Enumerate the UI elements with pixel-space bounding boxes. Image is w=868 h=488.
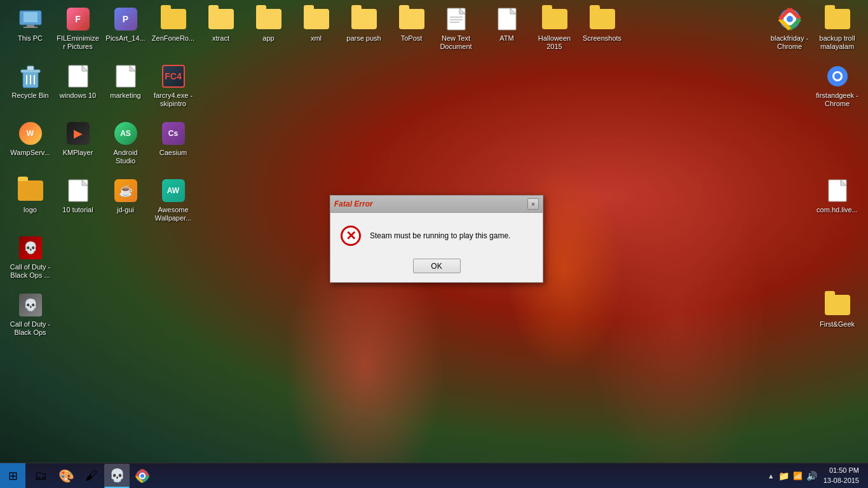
error-x-icon: ✕ (346, 228, 356, 243)
desktop-icon-parsepush[interactable]: parse push (340, 6, 388, 43)
svg-point-28 (834, 73, 841, 79)
taskbar-icon-chrome[interactable] (130, 464, 155, 488)
desktop-icon-androidstudio[interactable]: AS Android Studio (102, 121, 149, 166)
desktop-icon-xtract[interactable]: xtract (197, 6, 245, 43)
desktop-icon-newtextdoc[interactable]: New Text Document (432, 6, 480, 51)
tray-volume-icon[interactable]: 🔊 (806, 471, 817, 481)
dialog-footer: OK (330, 252, 543, 282)
tray-arrow-icon[interactable]: ▲ (768, 472, 775, 480)
paint-icon: 🎨 (58, 468, 74, 484)
desktop-icon-callofduty2[interactable]: 💀 Call of Duty - Black Ops (6, 292, 54, 337)
desktop-icon-farcry4[interactable]: FC4 farcry4.exe -skipintro (149, 64, 197, 109)
desktop-icon-backuptroll[interactable]: backup troll malayalam (813, 6, 861, 51)
desktop-icon-app[interactable]: app (245, 6, 292, 43)
desktop: This PC F FILEminimizer Pictures P PicsA… (0, 0, 868, 488)
desktop-icon-this-pc[interactable]: This PC (6, 6, 54, 43)
tray-signal-icon[interactable]: 📶 (793, 471, 803, 480)
dialog-body: ✕ Steam must be running to play this gam… (330, 213, 543, 252)
desktop-icon-marketing[interactable]: marketing (102, 64, 149, 100)
desktop-icon-jdgui[interactable]: ☕ jd-gui (102, 178, 149, 215)
taskbar-icon-explorer[interactable]: 🗂 (28, 464, 53, 488)
taskbar: ⊞ 🗂 🎨 🖌 💀 (0, 463, 868, 488)
desktop-icon-zenfone[interactable]: ZenFoneRo... (149, 6, 197, 43)
taskbar-icon-paint[interactable]: 🎨 (53, 464, 79, 488)
tray-folder-icon[interactable]: 📁 (778, 471, 789, 481)
desktop-icon-picsart[interactable]: P PicsArt_14... (102, 6, 149, 43)
desktop-icon-awesomewallpaper[interactable]: AW Awesome Wallpaper... (149, 178, 197, 223)
dialog-titlebar: Fatal Error × (330, 196, 543, 213)
windows-logo-icon: ⊞ (8, 469, 18, 483)
desktop-icon-logo[interactable]: logo (6, 178, 54, 215)
cod-icon: 💀 (109, 468, 125, 483)
start-button[interactable]: ⊞ (0, 463, 25, 489)
dialog-close-button[interactable]: × (527, 198, 539, 210)
desktop-icon-xml[interactable]: xml (292, 6, 340, 43)
taskbar-clock[interactable]: 01:50 PM 13-08-2015 (820, 466, 863, 485)
desktop-icon-firstandgeek[interactable]: firstandgeek - Chrome (813, 64, 861, 109)
desktop-icon-callofduty1[interactable]: 💀 Call of Duty - Black Ops ... (6, 235, 54, 280)
desktop-icon-caesium[interactable]: Cs Caesium (149, 121, 197, 158)
svg-rect-18 (27, 66, 34, 71)
clock-time: 01:50 PM (824, 466, 859, 475)
dialog-ok-button[interactable]: OK (413, 259, 461, 273)
desktop-icon-wampserver[interactable]: W WampServ... (6, 121, 54, 158)
explorer-icon: 🗂 (34, 468, 47, 483)
desktop-icon-comhdlive[interactable]: com.hd.live... (813, 178, 861, 215)
taskbar-icon-photofiltre[interactable]: 🖌 (79, 464, 104, 488)
dialog-message: Steam must be running to play this game. (370, 231, 510, 241)
desktop-icon-recycle[interactable]: Recycle Bin (6, 64, 54, 100)
desktop-icon-atm[interactable]: ATM (483, 6, 531, 43)
desktop-icon-halloween[interactable]: Halloween 2015 (531, 6, 578, 51)
photofiltre-icon: 🖌 (85, 468, 98, 483)
svg-rect-1 (24, 12, 37, 22)
desktop-icon-windows10[interactable]: windows 10 (54, 64, 102, 100)
error-icon: ✕ (341, 226, 361, 246)
desktop-icon-topost[interactable]: ToPost (388, 6, 435, 43)
desktop-icon-fileminimi[interactable]: F FILEminimizer Pictures (54, 6, 102, 51)
desktop-icon-screenshots[interactable]: Screenshots (578, 6, 626, 43)
desktop-icon-blackfriday[interactable]: blackfriday - Chrome (766, 6, 813, 51)
taskbar-system-tray: ▲ 📁 📶 🔊 01:50 PM 13-08-2015 (763, 466, 868, 485)
system-tray-icons: ▲ 📁 📶 🔊 (768, 471, 817, 481)
svg-point-37 (140, 474, 144, 478)
svg-rect-3 (24, 27, 37, 28)
fatal-error-dialog: Fatal Error × ✕ Steam must be running to… (330, 195, 543, 283)
desktop-icon-kmplayer[interactable]: ▶ KMPlayer (54, 121, 102, 158)
taskbar-pinned-icons: 🗂 🎨 🖌 💀 (25, 463, 158, 488)
desktop-icon-firstandgeek2[interactable]: First&Geek (813, 292, 861, 329)
dialog-title: Fatal Error (334, 200, 373, 208)
chrome-icon (135, 469, 149, 483)
desktop-icon-tutorial10[interactable]: 10 tutorial (54, 178, 102, 215)
clock-date: 13-08-2015 (824, 476, 859, 485)
taskbar-icon-cod[interactable]: 💀 (104, 464, 130, 488)
svg-point-15 (787, 16, 793, 22)
